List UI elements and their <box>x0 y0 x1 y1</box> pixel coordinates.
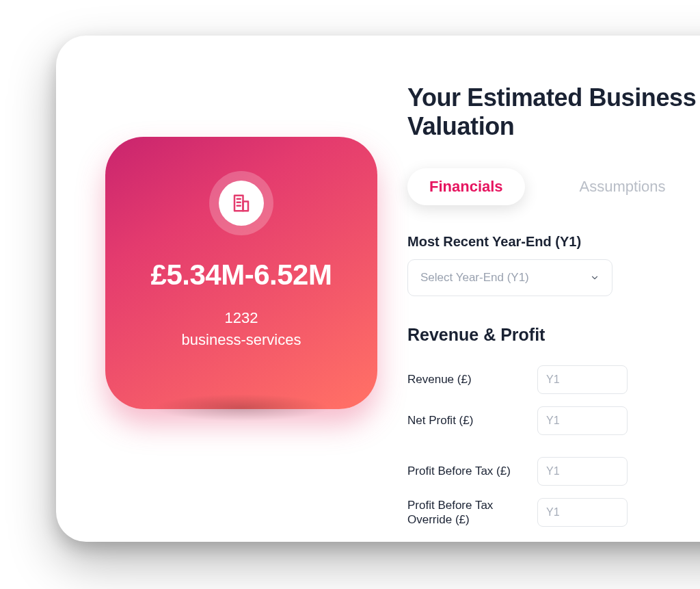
input-revenue-y1[interactable] <box>537 365 628 394</box>
year-end-placeholder: Select Year-End (Y1) <box>420 271 529 285</box>
valuation-range: £5.34M-6.52M <box>105 259 377 291</box>
row-pbt-override: Profit Before Tax Override (£) <box>407 498 700 527</box>
valuation-category: business-services <box>105 331 377 349</box>
row-revenue: Revenue (£) <box>407 365 700 394</box>
page-title: Your Estimated Business Valuation <box>407 83 700 141</box>
valuation-count: 1232 <box>105 309 377 327</box>
tab-assumptions[interactable]: Assumptions <box>558 168 688 205</box>
tab-financials[interactable]: Financials <box>407 168 525 205</box>
year-end-label: Most Recent Year-End (Y1) <box>407 234 700 250</box>
valuation-tile: £5.34M-6.52M 1232 business-services <box>105 137 377 409</box>
year-end-select[interactable]: Select Year-End (Y1) <box>407 259 612 296</box>
label-revenue: Revenue (£) <box>407 372 537 387</box>
label-net-profit: Net Profit (£) <box>407 413 537 428</box>
label-pbt: Profit Before Tax (£) <box>407 464 537 478</box>
input-net-profit-y1[interactable] <box>537 406 628 435</box>
row-net-profit: Net Profit (£) <box>407 406 700 435</box>
input-pbt-override-y1[interactable] <box>537 498 628 527</box>
row-pbt: Profit Before Tax (£) <box>407 457 700 486</box>
icon-badge <box>209 171 273 235</box>
building-icon <box>219 181 264 226</box>
tabs: Financials Assumptions <box>407 168 700 205</box>
svg-rect-1 <box>243 202 249 211</box>
chevron-down-icon <box>590 273 600 283</box>
input-pbt-y1[interactable] <box>537 457 628 486</box>
section-revenue-profit: Revenue & Profit <box>407 325 700 345</box>
valuation-card: £5.34M-6.52M 1232 business-services Your… <box>56 36 700 542</box>
label-pbt-override: Profit Before Tax Override (£) <box>407 498 537 527</box>
